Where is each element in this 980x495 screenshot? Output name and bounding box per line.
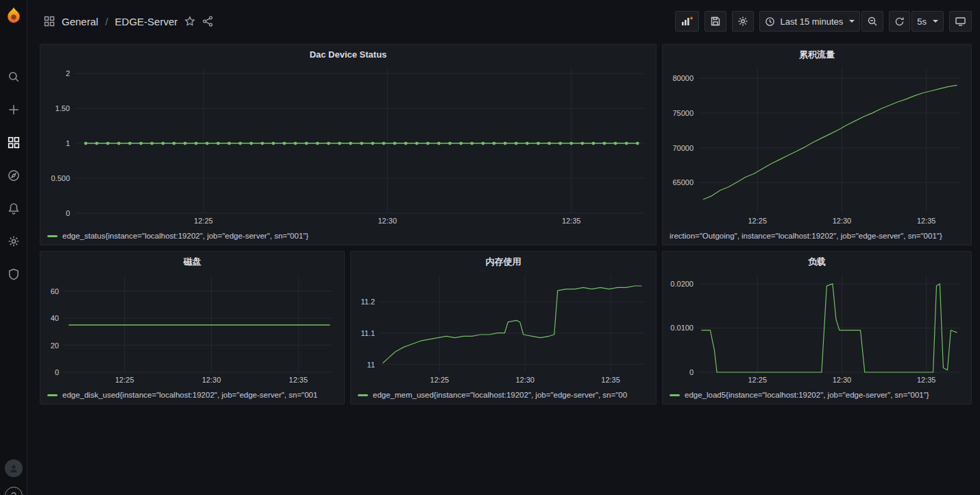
refresh-icon [894,16,905,27]
share-dashboard-button[interactable] [202,16,213,27]
time-range-picker[interactable]: Last 15 minutes [759,11,860,32]
legend-marker [47,235,58,237]
zoom-out-button[interactable] [861,11,883,32]
svg-text:12:25: 12:25 [748,217,767,225]
svg-text:12:25: 12:25 [748,376,767,384]
sidebar-item-dashboards[interactable] [0,126,27,159]
panel-title[interactable]: 磁盘 [40,252,344,271]
svg-text:0: 0 [66,209,70,217]
bell-icon [8,202,20,215]
svg-text:2: 2 [66,69,70,77]
topbar: General / EDGE-Server [27,0,980,43]
svg-text:0.0200: 0.0200 [670,280,694,288]
svg-text:12:35: 12:35 [289,376,308,384]
svg-text:11: 11 [367,361,375,369]
grafana-logo-icon [4,5,23,26]
monitor-icon [955,16,966,27]
sidebar-item-configuration[interactable] [0,225,27,258]
sidebar-item-admin[interactable] [0,258,27,291]
svg-text:0: 0 [55,368,59,376]
legend-label: edge_load5{instance="localhost:19202", j… [685,391,929,399]
legend-label: edge_disk_used{instance="localhost:19202… [62,391,317,399]
user-avatar[interactable] [5,459,23,477]
sidebar: ? [0,0,27,495]
svg-text:12:30: 12:30 [833,217,852,225]
panel-title[interactable]: 负载 [663,252,971,271]
refresh-interval-label: 5s [917,16,927,27]
gear-icon [8,235,20,248]
svg-text:12:30: 12:30 [378,217,397,225]
graph-dac-device-status[interactable]: 00.50011.50212:2512:3012:35 [45,64,652,227]
grafana-logo[interactable] [4,5,23,26]
legend-item[interactable]: edge_status{instance="localhost:19202", … [47,230,652,242]
panel-disk: 磁盘 020406012:2512:3012:35 edge_disk_used… [40,251,345,405]
star-dashboard-button[interactable] [184,16,195,27]
legend-marker [670,394,680,396]
graph-load[interactable]: 00.01000.020012:2512:3012:35 [667,271,967,386]
svg-text:12:25: 12:25 [194,217,213,225]
tv-mode-button[interactable] [949,11,972,32]
save-dashboard-button[interactable] [705,11,726,32]
svg-text:20: 20 [51,341,59,350]
svg-text:40: 40 [51,314,59,322]
panel-title[interactable]: 累积流量 [663,45,971,64]
time-controls: Last 15 minutes [759,11,883,32]
breadcrumb-folder[interactable]: General [62,16,98,27]
search-icon [8,71,20,83]
legend-marker [47,394,58,396]
svg-text:12:30: 12:30 [833,376,852,384]
svg-text:80000: 80000 [672,74,694,82]
legend-label: edge_mem_used{instance="localhost:19202"… [373,391,627,399]
svg-text:12:35: 12:35 [562,217,581,225]
toolbar-actions: Last 15 minutes 5s [675,11,972,32]
svg-text:1.50: 1.50 [56,104,70,112]
add-panel-button[interactable] [675,11,699,32]
panel-memory-usage: 内存使用 1111.111.212:2512:3012:35 edge_mem_… [350,251,657,405]
svg-text:12:30: 12:30 [515,376,535,384]
sidebar-item-explore[interactable] [0,159,27,192]
sidebar-item-search[interactable] [0,60,27,93]
svg-text:11.2: 11.2 [360,298,375,306]
legend-label: edge_status{instance="localhost:19202", … [62,232,308,240]
svg-text:60: 60 [51,287,59,295]
legend-label: irection="Outgoing", instance="localhost… [670,232,942,240]
svg-text:12:35: 12:35 [917,376,936,384]
add-panel-icon [681,16,694,27]
svg-text:0.500: 0.500 [51,174,70,182]
svg-text:65000: 65000 [672,178,694,186]
panel-load: 负载 00.01000.020012:2512:3012:35 edge_loa… [662,251,972,405]
graph-disk[interactable]: 020406012:2512:3012:35 [45,271,340,386]
legend-item[interactable]: edge_mem_used{instance="localhost:19202"… [358,389,652,401]
share-icon [202,16,213,27]
help-icon[interactable]: ? [5,487,23,495]
graph-cumulative-traffic[interactable]: 6500070000750008000012:2512:3012:35 [667,64,967,227]
dashboards-grid-icon [8,136,20,149]
svg-text:0.0100: 0.0100 [670,324,694,332]
graph-memory-usage[interactable]: 1111.111.212:2512:3012:35 [355,271,652,386]
sidebar-nav [0,60,27,291]
grafana-app: ? General / EDGE-Server [0,0,980,495]
refresh-button[interactable] [889,11,910,32]
svg-text:12:25: 12:25 [430,376,450,384]
breadcrumb: General / EDGE-Server [44,16,213,27]
dashboard-grid-icon [44,16,55,27]
svg-text:0: 0 [689,368,694,376]
star-icon [184,16,195,27]
gear-icon [737,16,748,27]
breadcrumb-dashboard[interactable]: EDGE-Server [115,16,178,27]
legend-item[interactable]: edge_disk_used{instance="localhost:19202… [47,389,340,401]
svg-text:1: 1 [66,139,70,147]
refresh-interval-select[interactable]: 5s [911,11,944,32]
sidebar-bottom: ? [0,459,27,495]
legend-item[interactable]: irection="Outgoing", instance="localhost… [670,230,967,242]
svg-text:12:35: 12:35 [917,217,936,225]
panel-title[interactable]: Dac Device Status [40,45,656,64]
user-icon [8,463,19,474]
legend-item[interactable]: edge_load5{instance="localhost:19202", j… [670,389,967,401]
legend-marker [358,394,368,396]
dashboard-settings-button[interactable] [732,11,754,32]
sidebar-item-alerting[interactable] [0,192,27,225]
sidebar-item-create[interactable] [0,93,27,126]
zoom-out-icon [867,16,878,27]
panel-title[interactable]: 内存使用 [351,252,656,271]
